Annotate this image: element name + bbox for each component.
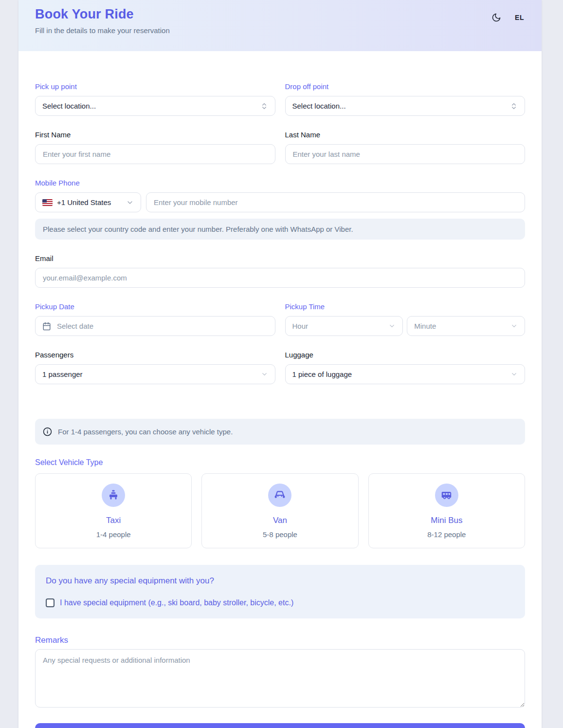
language-toggle-button[interactable]: EL — [514, 12, 525, 23]
chevrons-up-down-icon — [510, 102, 518, 110]
first-name-label: First Name — [35, 131, 275, 139]
header-titles: Book Your Ride Fill in the details to ma… — [35, 7, 170, 51]
header-actions: EL — [490, 7, 525, 51]
passengers-select[interactable]: 1 passenger — [35, 364, 275, 384]
special-equipment-checkbox[interactable] — [46, 598, 54, 607]
pickup-date-value: Select date — [57, 322, 268, 330]
mobile-phone-label: Mobile Phone — [35, 179, 525, 187]
pickup-point-label: Pick up point — [35, 82, 275, 91]
info-icon — [43, 427, 52, 436]
passengers-label: Passengers — [35, 351, 275, 359]
pickup-point-select[interactable]: Select location... — [35, 96, 275, 116]
vehicle-card-minibus[interactable]: Mini Bus 8-12 people — [368, 473, 525, 548]
card-header: Book Your Ride Fill in the details to ma… — [18, 0, 542, 51]
remarks-textarea[interactable] — [35, 649, 525, 708]
passenger-note-text: For 1-4 passengers, you can choose any v… — [58, 428, 233, 436]
country-code-value: +1 United States — [57, 198, 122, 206]
dropoff-point-select[interactable]: Select location... — [285, 96, 526, 116]
chevrons-up-down-icon — [260, 102, 268, 110]
vehicle-name: Mini Bus — [431, 516, 462, 525]
email-field: Email — [35, 254, 525, 288]
remarks-field: Remarks — [35, 635, 525, 709]
first-name-input[interactable] — [35, 144, 275, 164]
taxi-icon — [102, 484, 125, 507]
vehicle-capacity: 5-8 people — [263, 530, 297, 539]
phone-hint-banner: Please select your country code and ente… — [35, 219, 525, 240]
luggage-select[interactable]: 1 piece of luggage — [285, 364, 526, 384]
pickup-time-label: Pickup Time — [285, 302, 526, 311]
remarks-label: Remarks — [35, 635, 525, 645]
review-booking-button[interactable]: Review Booking — [35, 723, 525, 728]
booking-card: Book Your Ride Fill in the details to ma… — [18, 0, 542, 728]
luggage-field: Luggage 1 piece of luggage — [285, 351, 526, 384]
dropoff-point-field: Drop off point Select location... — [285, 82, 526, 116]
vehicle-card-van[interactable]: Van 5-8 people — [201, 473, 358, 548]
last-name-label: Last Name — [285, 131, 526, 139]
dropoff-point-value: Select location... — [292, 102, 510, 110]
calendar-icon — [42, 322, 51, 331]
luggage-value: 1 piece of luggage — [292, 370, 511, 378]
pickup-time-field: Pickup Time Hour Minute — [285, 302, 526, 336]
chevron-down-icon — [388, 322, 396, 330]
vehicle-name: Taxi — [106, 516, 121, 525]
luggage-label: Luggage — [285, 351, 526, 359]
pickup-date-label: Pickup Date — [35, 302, 275, 311]
page-title: Book Your Ride — [35, 7, 170, 22]
email-label: Email — [35, 254, 525, 262]
special-equipment-title: Do you have any special equipment with y… — [46, 576, 514, 586]
dropoff-point-label: Drop off point — [285, 82, 526, 91]
first-name-field: First Name — [35, 131, 275, 164]
minute-value: Minute — [414, 322, 510, 330]
last-name-input[interactable] — [285, 144, 526, 164]
passengers-value: 1 passenger — [42, 370, 261, 378]
minibus-icon — [435, 484, 458, 507]
special-equipment-panel: Do you have any special equipment with y… — [35, 565, 525, 618]
vehicle-capacity: 1-4 people — [96, 530, 131, 539]
vehicle-capacity: 8-12 people — [427, 530, 466, 539]
hour-select[interactable]: Hour — [285, 316, 403, 336]
theme-toggle-button[interactable] — [490, 12, 502, 23]
pickup-point-value: Select location... — [42, 102, 260, 110]
passengers-field: Passengers 1 passenger — [35, 351, 275, 384]
pickup-date-field: Pickup Date Select date — [35, 302, 275, 336]
special-equipment-option[interactable]: I have special equipment (e.g., ski boar… — [46, 598, 514, 607]
vehicle-type-label: Select Vehicle Type — [35, 458, 525, 467]
mobile-phone-field: Mobile Phone +1 United States — [35, 179, 525, 212]
chevron-down-icon — [510, 371, 518, 378]
us-flag-icon — [42, 199, 53, 206]
last-name-field: Last Name — [285, 131, 526, 164]
hour-value: Hour — [292, 322, 389, 330]
page-subtitle: Fill in the details to make your reserva… — [35, 26, 170, 35]
country-code-select[interactable]: +1 United States — [35, 192, 141, 212]
vehicle-type-options: Taxi 1-4 people Van 5-8 people — [35, 473, 525, 548]
van-icon — [268, 484, 291, 507]
chevron-down-icon — [126, 199, 134, 206]
email-input[interactable] — [35, 268, 525, 288]
pickup-point-field: Pick up point Select location... — [35, 82, 275, 116]
vehicle-card-taxi[interactable]: Taxi 1-4 people — [35, 473, 192, 548]
mobile-number-input[interactable] — [146, 192, 525, 212]
booking-form: Pick up point Select location... Drop of… — [18, 51, 542, 728]
chevron-down-icon — [261, 371, 268, 378]
special-equipment-label: I have special equipment (e.g., ski boar… — [60, 598, 293, 607]
pickup-date-input[interactable]: Select date — [35, 316, 275, 336]
vehicle-name: Van — [273, 516, 287, 525]
chevron-down-icon — [510, 322, 518, 330]
passenger-note-banner: For 1-4 passengers, you can choose any v… — [35, 419, 525, 445]
moon-icon — [491, 13, 501, 22]
minute-select[interactable]: Minute — [407, 316, 525, 336]
